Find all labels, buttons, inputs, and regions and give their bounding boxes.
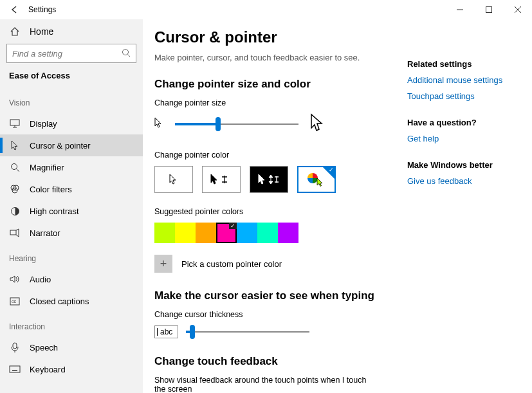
suggested-color-swatch[interactable] xyxy=(196,223,216,243)
suggested-color-swatch[interactable] xyxy=(216,223,237,243)
nav-item-label: Narrator xyxy=(30,228,60,238)
pointer-color-options xyxy=(154,166,392,193)
pointer-large-icon xyxy=(310,114,324,134)
maximize-button[interactable] xyxy=(474,0,503,19)
svg-point-2 xyxy=(123,49,129,55)
touch-feedback-label: Show visual feedback around the touch po… xyxy=(154,376,367,393)
nav-item-label: Audio xyxy=(30,275,51,284)
have-a-question-heading: Have a question? xyxy=(407,118,517,127)
app-title: Settings xyxy=(28,5,56,14)
pointer-color-label: Change pointer color xyxy=(154,151,392,160)
custom-color-button[interactable]: + xyxy=(154,255,172,273)
custom-color-label: Pick a custom pointer color xyxy=(181,259,282,269)
back-button[interactable] xyxy=(5,5,23,14)
nav-item-audio[interactable]: Audio xyxy=(0,268,143,290)
svg-line-8 xyxy=(16,169,19,172)
pointer-color-white[interactable] xyxy=(154,166,193,193)
thickness-slider[interactable] xyxy=(186,325,309,338)
svg-rect-16 xyxy=(13,343,17,349)
cc-icon: cc xyxy=(9,297,21,306)
easier-cursor-heading: Make the cursor easier to see when typin… xyxy=(154,289,392,302)
nav-group-label: Interaction xyxy=(0,312,143,336)
pointer-size-label: Change pointer size xyxy=(154,98,392,107)
pointer-color-black[interactable] xyxy=(202,166,241,193)
nav-item-label: Magnifier xyxy=(30,163,64,172)
nav-item-narrator[interactable]: Narrator xyxy=(0,222,143,244)
nav-item-closed-captions[interactable]: ccClosed captions xyxy=(0,290,143,312)
keyboard-icon xyxy=(9,365,21,373)
check-icon xyxy=(323,167,335,179)
suggested-color-swatch[interactable] xyxy=(237,223,257,243)
svg-rect-13 xyxy=(10,230,16,235)
suggested-color-swatch[interactable] xyxy=(257,223,278,243)
narrator-icon xyxy=(9,228,21,237)
thickness-preview: abc xyxy=(154,325,178,338)
related-settings-heading: Related settings xyxy=(407,59,517,69)
home-icon xyxy=(9,26,21,37)
colorfilters-icon xyxy=(9,185,21,194)
minimize-button[interactable] xyxy=(445,0,474,19)
suggested-color-swatch[interactable] xyxy=(278,223,298,243)
pointer-color-inverted[interactable] xyxy=(250,166,288,193)
thickness-label: Change cursor thickness xyxy=(154,310,392,319)
nav-item-high-contrast[interactable]: High contrast xyxy=(0,200,143,222)
link-give-feedback[interactable]: Give us feedback xyxy=(407,176,517,186)
nav-group-label: Hearing xyxy=(0,244,143,268)
svg-point-7 xyxy=(11,163,17,169)
titlebar: Settings xyxy=(0,0,532,19)
nav-item-cursor-pointer[interactable]: Cursor & pointer xyxy=(0,134,143,156)
nav-item-speech[interactable]: Speech xyxy=(0,336,143,358)
nav-item-label: Speech xyxy=(30,343,58,352)
nav-item-keyboard[interactable]: Keyboard xyxy=(0,358,143,380)
cursor-icon xyxy=(9,140,21,151)
close-button[interactable] xyxy=(503,0,532,19)
nav-item-label: Cursor & pointer xyxy=(30,141,91,151)
highcontrast-icon xyxy=(9,206,21,216)
make-windows-better-heading: Make Windows better xyxy=(407,160,517,170)
display-icon xyxy=(9,119,21,128)
section-title: Ease of Access xyxy=(0,71,143,88)
nav-home-label: Home xyxy=(30,26,53,37)
nav-item-label: Display xyxy=(30,119,57,129)
search-input[interactable] xyxy=(12,49,122,59)
sidebar: Home Ease of Access VisionDisplayCursor … xyxy=(0,19,143,393)
audio-icon xyxy=(9,275,21,284)
nav-item-label: High contrast xyxy=(30,206,79,216)
right-rail: Related settings Additional mouse settin… xyxy=(407,28,517,393)
svg-rect-1 xyxy=(486,7,491,13)
search-icon xyxy=(122,48,131,59)
nav-item-label: Keyboard xyxy=(30,365,66,374)
speech-icon xyxy=(9,342,21,352)
suggested-color-swatch[interactable] xyxy=(154,223,175,243)
page-title: Cursor & pointer xyxy=(154,28,392,46)
svg-rect-4 xyxy=(10,120,19,125)
link-additional-mouse-settings[interactable]: Additional mouse settings xyxy=(407,75,517,85)
link-touchpad-settings[interactable]: Touchpad settings xyxy=(407,91,517,101)
page-description: Make pointer, cursor, and touch feedback… xyxy=(154,53,392,62)
nav-item-magnifier[interactable]: Magnifier xyxy=(0,156,143,178)
suggested-color-swatch[interactable] xyxy=(175,223,196,243)
touch-feedback-heading: Change touch feedback xyxy=(154,355,392,368)
nav-item-label: Closed captions xyxy=(30,297,89,306)
nav-item-display[interactable]: Display xyxy=(0,113,143,134)
nav-item-color-filters[interactable]: Color filters xyxy=(0,178,143,200)
nav-group-label: Vision xyxy=(0,88,143,113)
svg-rect-17 xyxy=(10,366,20,372)
suggested-colors-heading: Suggested pointer colors xyxy=(154,207,392,216)
suggested-colors-row xyxy=(154,223,392,243)
link-get-help[interactable]: Get help xyxy=(407,134,517,143)
magnifier-icon xyxy=(9,163,21,172)
main-content: Cursor & pointer Make pointer, cursor, a… xyxy=(154,28,407,393)
search-box[interactable] xyxy=(6,44,136,63)
pointer-size-color-heading: Change pointer size and color xyxy=(154,78,392,91)
pointer-color-custom[interactable] xyxy=(297,166,336,193)
svg-text:cc: cc xyxy=(12,299,17,304)
nav-item-label: Color filters xyxy=(30,185,72,194)
svg-line-3 xyxy=(128,54,131,57)
nav-home[interactable]: Home xyxy=(0,19,143,44)
pointer-small-icon xyxy=(154,117,163,131)
pointer-size-slider[interactable] xyxy=(175,118,298,131)
